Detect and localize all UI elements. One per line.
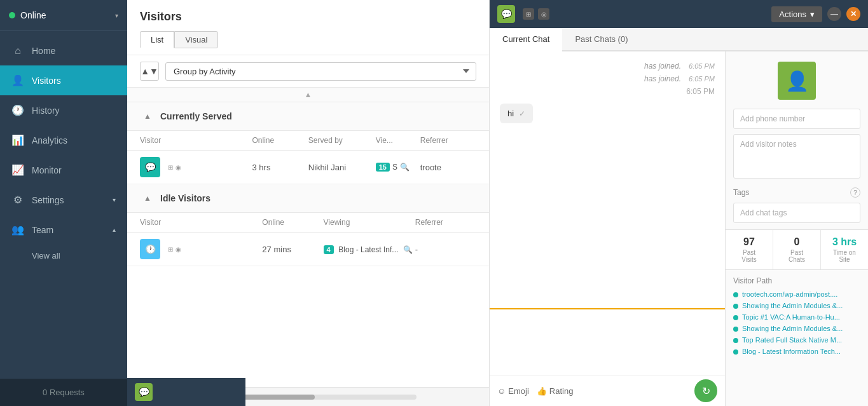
actions-button[interactable]: Actions ▾ [771, 6, 822, 22]
th-viewing: Viewing [324, 218, 415, 227]
view-badge: 15 [376, 163, 390, 172]
path-dot [733, 338, 738, 343]
sidebar: Online ▾ ⌂ Home 👤 Visitors 🕐 History 📊 A… [0, 0, 127, 406]
tab-visual[interactable]: Visual [174, 31, 218, 48]
messages-list: has joined. 6:05 PM has joined. 6:05 PM … [490, 51, 725, 308]
viewing-text: Blog - Latest Inf... [338, 245, 398, 254]
os-icon: ⊞ [168, 246, 173, 253]
online-cell-idle: 27 mins [262, 245, 323, 254]
group-select[interactable]: Group by ActivityGroup by StatusNo Group… [165, 62, 476, 81]
sidebar-item-monitor[interactable]: 📈 Monitor [0, 155, 127, 185]
path-item: Showing the Admin Modules &... [733, 325, 860, 332]
sidebar-item-view-all[interactable]: View all [0, 245, 127, 267]
sidebar-nav: ⌂ Home 👤 Visitors 🕐 History 📊 Analytics … [0, 31, 127, 379]
monitor-icon: 📈 [11, 164, 24, 176]
stats-row: 97 PastVisits 0 PastChats 3 hrs Time onS… [726, 229, 868, 270]
scroll-up-bar: ▲ [127, 88, 489, 102]
settings-icon: ⚙ [11, 194, 24, 206]
tab-list[interactable]: List [140, 31, 174, 48]
sidebar-item-settings[interactable]: ⚙ Settings ▾ [0, 185, 127, 215]
phone-field[interactable]: Add phone number [733, 109, 860, 129]
path-url[interactable]: Showing the Admin Modules &... [742, 302, 843, 309]
chat-panel: 💬 ⊞ ◎ Actions ▾ — ✕ Current Chat Past Ch… [490, 0, 868, 406]
visitor-avatar-icon: 👤 [785, 70, 809, 92]
view-cell: 15 S 🔍 [376, 163, 420, 172]
emoji-icon: ☺ [497, 386, 506, 396]
collapse-currently-served-button[interactable]: ▲ [140, 109, 155, 124]
footer-app-icon: 💬 [135, 383, 153, 401]
th-referrer-idle: Referrer [415, 218, 476, 227]
table-row[interactable]: 🕐 ⊞ ◉ 27 mins 4 Blog - Latest Inf... 🔍 - [127, 233, 489, 266]
visitor-os-icons: ⊞ ◉ [168, 164, 181, 171]
sidebar-item-analytics[interactable]: 📊 Analytics [0, 125, 127, 155]
browser-icon: ◉ [176, 246, 181, 253]
th-online: Online [252, 136, 308, 145]
tab-current-chat[interactable]: Current Chat [490, 28, 562, 51]
stat-past-visits: 97 PastVisits [726, 230, 773, 269]
visitor-avatar-large: 👤 [778, 62, 816, 100]
visitors-title: Visitors [140, 10, 476, 24]
past-chats-label: PastChats [778, 249, 815, 263]
path-url[interactable]: Topic #1 VAC:A Human-to-Hu... [742, 313, 840, 321]
status-label: Online [20, 10, 46, 20]
analytics-icon: 📊 [11, 134, 24, 146]
chat-tabs: Current Chat Past Chats (0) [490, 28, 868, 51]
home-icon: ⌂ [11, 45, 24, 57]
actions-chevron-icon: ▾ [810, 10, 815, 19]
currently-served-table-header: Visitor Online Served by Vie... Referrer [127, 131, 489, 151]
send-button[interactable]: ↻ [694, 379, 717, 402]
sidebar-item-visitors[interactable]: 👤 Visitors [0, 65, 127, 95]
sidebar-item-home[interactable]: ⌂ Home [0, 36, 127, 65]
idle-visitors-section: ▲ Idle Visitors [127, 184, 489, 213]
view-badge-idle: 4 [324, 245, 334, 254]
emoji-button[interactable]: ☺ Emoji [497, 386, 529, 396]
tags-help-icon[interactable]: ? [850, 187, 860, 198]
team-chevron-icon: ▴ [113, 226, 116, 233]
minimize-button[interactable]: — [827, 7, 841, 21]
th-view: Vie... [376, 136, 420, 145]
search-icon: 🔍 [400, 163, 410, 172]
chat-input[interactable] [490, 309, 725, 373]
sidebar-item-team[interactable]: 👥 Team ▴ [0, 215, 127, 245]
collapse-idle-button[interactable]: ▲ [140, 191, 155, 206]
notes-field[interactable]: Add visitor notes [733, 134, 860, 179]
view-letter: S [392, 163, 397, 172]
chat-input-area: ☺ Emoji 👍 Rating ↻ [490, 308, 725, 406]
path-item: Blog - Latest Information Tech... [733, 348, 860, 355]
time-divider: 6:05 PM [500, 87, 715, 96]
chat-app-icon: 💬 [497, 5, 515, 23]
visitors-icon: 👤 [11, 74, 24, 86]
path-item: Top Rated Full Stack Native M... [733, 336, 860, 344]
settings-chevron-icon: ▾ [113, 196, 116, 203]
path-dot [733, 349, 738, 355]
tags-section: Tags ? [726, 181, 868, 200]
path-url[interactable]: Top Rated Full Stack Native M... [742, 336, 842, 344]
tab-past-chats[interactable]: Past Chats (0) [562, 28, 640, 51]
path-url[interactable]: Showing the Admin Modules &... [742, 325, 843, 332]
user-message-1: hi ✓ [500, 104, 715, 127]
stat-time-on-site: 3 hrs Time onSite [821, 230, 868, 269]
th-online-idle: Online [262, 218, 323, 227]
stat-past-chats: 0 PastChats [773, 230, 821, 269]
tags-field[interactable]: Add chat tags [733, 203, 860, 223]
past-visits-num: 97 [731, 236, 768, 248]
referrer-cell-idle: - [415, 245, 476, 254]
status-selector[interactable]: Online ▾ [0, 0, 127, 31]
idle-table-header: Visitor Online Viewing Referrer [127, 213, 489, 233]
visitor-os-icons-idle: ⊞ ◉ [168, 246, 181, 253]
right-sidebar: 👤 Add phone number Add visitor notes Tag… [725, 51, 868, 406]
sort-button[interactable]: ▲▼ [140, 62, 159, 81]
path-url[interactable]: Blog - Latest Information Tech... [742, 348, 841, 355]
scroll-up-icon: ▲ [305, 90, 312, 99]
visitor-cell: 💬 ⊞ ◉ [140, 157, 252, 177]
path-url[interactable]: trootech.com/wp-admin/post.... [742, 290, 837, 298]
path-dot [733, 327, 738, 332]
idle-visitors-title: Idle Visitors [160, 193, 210, 203]
rating-button[interactable]: 👍 Rating [537, 386, 574, 396]
table-row[interactable]: 💬 ⊞ ◉ 3 hrs Nikhil Jani 15 S 🔍 troote [127, 151, 489, 184]
chat-messages: has joined. 6:05 PM has joined. 6:05 PM … [490, 51, 725, 406]
th-visitor: Visitor [140, 136, 252, 145]
sidebar-item-history[interactable]: 🕐 History [0, 95, 127, 125]
close-button[interactable]: ✕ [846, 7, 860, 21]
os-icon: ⊞ [168, 164, 173, 171]
